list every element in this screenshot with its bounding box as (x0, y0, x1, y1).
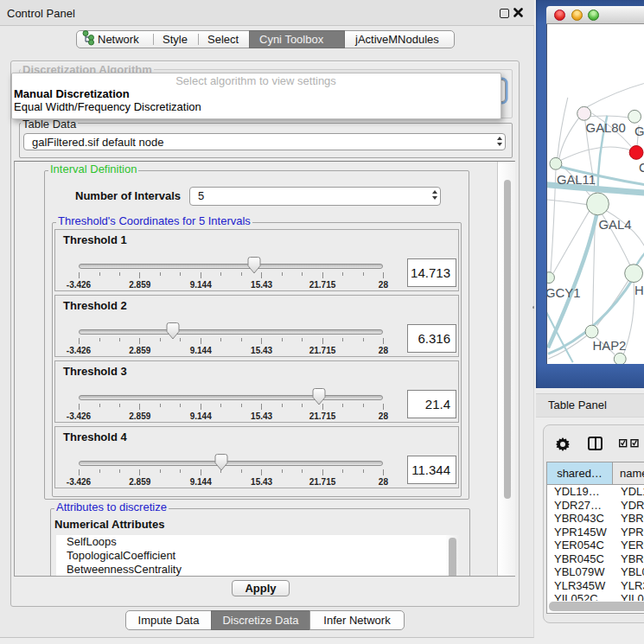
svg-text:CDC: CDC (639, 161, 644, 175)
svg-text:GAL4: GAL4 (598, 218, 631, 232)
svg-text:GAL11: GAL11 (557, 173, 596, 187)
svg-text:GAL1: GAL1 (634, 124, 644, 138)
svg-text:HIS: HIS (634, 284, 644, 297)
svg-text:HAP2: HAP2 (593, 339, 627, 353)
svg-text:GCY1: GCY1 (546, 286, 580, 300)
svg-text:GAL80: GAL80 (586, 121, 626, 135)
